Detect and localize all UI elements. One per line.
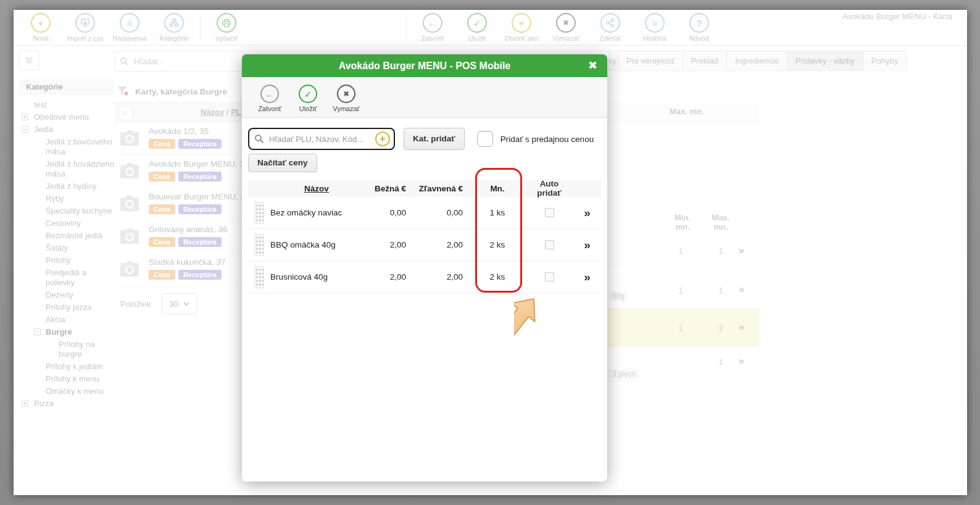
price-badge: Cena (149, 237, 175, 247)
recipe-badge: Receptúra (178, 237, 222, 247)
sidebar-item-test[interactable]: test (19, 100, 115, 110)
sidebar-item[interactable]: Prílohy (19, 256, 115, 265)
import-csv-button[interactable]: Import z csv (63, 13, 107, 42)
print-button[interactable]: Vytlačiť (204, 13, 249, 42)
main-toolbar: + Nová Import z csv ≡ Nastavenia (14, 10, 967, 46)
tab-pohyby[interactable]: Pohyby (863, 51, 907, 71)
sidebar-item-burgre[interactable]: −Burgre (19, 327, 115, 337)
sidebar-item[interactable]: Omáčky k menu (19, 386, 115, 396)
tab-ingrediencie[interactable]: Ingrediencie (727, 51, 787, 71)
open-row-button[interactable]: » (739, 245, 757, 256)
close-doc-button[interactable]: ← Zatvoriť (410, 13, 455, 42)
cards-search-box[interactable] (114, 51, 244, 72)
select-all-checkbox[interactable]: ✓ (118, 106, 133, 120)
share-icon (600, 13, 620, 33)
sidebar-item[interactable]: Jedlá z bavčového mäsa (19, 137, 115, 157)
expand-icon[interactable]: + (22, 114, 28, 120)
items-per-page-select[interactable]: 30 (162, 293, 197, 314)
delete-button[interactable]: ✖ Vymazať (544, 13, 588, 42)
sort-by-name[interactable]: Názov (304, 184, 329, 193)
settings-button[interactable]: ≡ Nastavenia (107, 13, 152, 42)
max-qty-header: Max. mn. (707, 213, 735, 232)
collapse-icon[interactable]: − (22, 126, 28, 133)
open-addon-button[interactable]: » (571, 238, 601, 252)
help-button[interactable]: ? Návod (677, 13, 721, 42)
recipe-badge: Receptúra (178, 270, 222, 280)
dialog-delete-button[interactable]: ✖ Vymazať (327, 77, 365, 117)
price-badge: Cena (149, 139, 175, 149)
collapse-icon[interactable]: − (34, 328, 41, 335)
camera-icon (119, 162, 140, 180)
open-row-button[interactable]: » (739, 284, 757, 295)
drag-handle-icon[interactable] (254, 234, 264, 256)
regular-price-header: Bežná € (363, 184, 411, 193)
open-row-button[interactable]: » (739, 356, 757, 367)
load-prices-button[interactable]: Načítať ceny (248, 154, 317, 172)
sidebar-item[interactable]: Prílohy k jedlám (19, 362, 115, 372)
sidebar-item[interactable]: Prílohy k menu (19, 374, 115, 384)
question-icon: ? (689, 13, 709, 33)
cards-search-input[interactable] (133, 56, 238, 67)
sidebar-item-jedla[interactable]: −Jedlá (19, 125, 115, 135)
cross-icon: ✖ (556, 13, 576, 33)
sidebar-item[interactable]: Prílohy na burgre (19, 340, 115, 359)
sidebar-item[interactable]: Jedlá z hydiny (19, 182, 115, 191)
sidebar-item-pizza[interactable]: +Pizza (19, 399, 115, 409)
share-button[interactable]: Zdieľať (588, 13, 633, 42)
tab-preklad[interactable]: Preklad (683, 51, 727, 71)
tab-partial[interactable]: ky (608, 51, 618, 71)
auto-add-checkbox[interactable] (545, 240, 554, 249)
sidebar-item[interactable]: Predjedlá a polievky (19, 268, 115, 288)
sidebar-item[interactable]: Prílohy pizza (19, 303, 115, 312)
add-category-button[interactable]: Kat. pridať (404, 128, 465, 150)
tab-pre-verejnost[interactable]: Pre verejnosť (618, 51, 683, 71)
history-button[interactable]: ≡ História (633, 13, 677, 42)
menu-lines-icon: ≡ (645, 13, 665, 33)
plu-search-box[interactable]: + (248, 128, 395, 150)
drag-handle-icon[interactable] (254, 266, 264, 288)
open-addon-button[interactable]: » (571, 270, 601, 284)
toolbar-divider (200, 14, 201, 40)
sidebar-item[interactable]: Bezmäsité jedlá (19, 231, 115, 241)
recipe-badge: Receptúra (178, 204, 222, 214)
addons-table: Názov Bežná € Zľavnená € Mn. Auto pridať… (248, 180, 601, 293)
category-tree: test +Obedové menu −Jedlá Jedlá z bavčov… (19, 100, 115, 409)
open-addon-button[interactable]: » (571, 206, 601, 220)
plu-search-input[interactable] (268, 134, 375, 144)
sidebar-item[interactable]: Cestoviny (19, 219, 115, 228)
auto-add-checkbox[interactable] (545, 272, 554, 282)
sidebar-item[interactable]: Jedlá z hovädzieho mäsa (19, 159, 115, 179)
close-icon[interactable]: ✖ (588, 54, 597, 77)
open-row-button[interactable]: » (739, 322, 757, 333)
dialog-close-button[interactable]: ← Zatvoriť (251, 77, 289, 117)
sale-price-checkbox[interactable] (477, 131, 493, 147)
sidebar-item[interactable]: Ryby (19, 194, 115, 204)
drag-handle-icon[interactable] (254, 202, 264, 224)
filter-remove-icon (117, 86, 129, 97)
add-plus-icon[interactable]: + (375, 131, 390, 146)
sort-by-name[interactable]: Názov (201, 107, 224, 117)
collapse-sidebar-button[interactable] (19, 51, 39, 70)
cross-icon: ✖ (337, 85, 355, 103)
categories-button[interactable]: Kategórie (152, 13, 196, 42)
annotation-arrow-icon (514, 289, 588, 366)
expand-icon[interactable]: + (22, 400, 28, 407)
sidebar-item[interactable]: Akcia (19, 315, 115, 325)
auto-add-checkbox[interactable] (545, 208, 554, 217)
dialog-save-button[interactable]: ✓ Uložiť (289, 77, 327, 117)
sidebar-item-obedove-menu[interactable]: +Obedové menu (19, 112, 115, 122)
save-button[interactable]: ✓ Uložiť (455, 13, 499, 42)
sidebar-item[interactable]: Dezerty (19, 290, 115, 300)
table-row-highlighted: 1 2 » (608, 309, 759, 347)
new-button[interactable]: + Nová (19, 13, 63, 42)
addon-row: BBQ omáčka 40g 2,00 2,00 2 ks » (248, 229, 601, 261)
document-title: Avokádo Burger MENU - Karta (843, 12, 953, 21)
dialog-header: Avokádo Burger MENU - POS Mobile ✖ (242, 54, 607, 77)
sidebar-item[interactable]: Špeciality kuchyne (19, 206, 115, 216)
sort-by-plu[interactable]: PL (231, 107, 241, 117)
sidebar-item[interactable]: Šaláty (19, 243, 115, 253)
tab-pridavky-vazby[interactable]: Prídavky - väzby (787, 51, 863, 71)
camera-icon (119, 261, 140, 278)
camera-icon (119, 195, 140, 212)
open-as-button[interactable]: + Otvoriť ako (499, 13, 544, 42)
